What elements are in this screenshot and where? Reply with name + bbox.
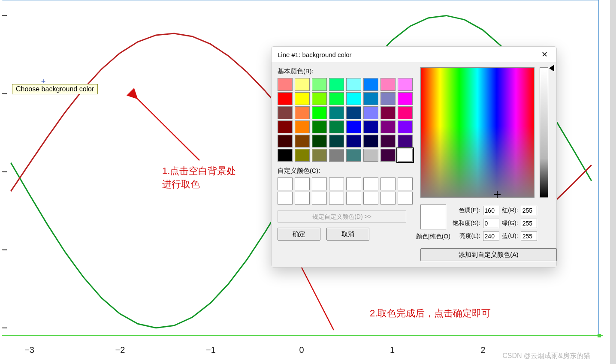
x-tick-label: 2 — [480, 345, 485, 355]
ruler-line — [2, 335, 603, 336]
annotation-2: 2.取色完成后，点击确定即可 — [370, 307, 491, 320]
custom-swatch[interactable] — [278, 177, 293, 190]
tooltip-text: Choose background color — [16, 85, 94, 93]
close-button[interactable]: ✕ — [535, 48, 554, 61]
custom-swatch[interactable] — [363, 177, 378, 190]
sat-label: 饱和度(S): — [452, 218, 481, 229]
basic-swatch[interactable] — [398, 120, 413, 133]
basic-swatch[interactable] — [295, 106, 310, 119]
basic-swatch[interactable] — [278, 92, 293, 105]
custom-swatch[interactable] — [312, 192, 327, 205]
custom-swatch[interactable] — [398, 192, 413, 205]
cancel-button[interactable]: 取消 — [326, 228, 369, 241]
color-picker-dialog: Line #1: background color ✕ 基本颜色(B): 自定义… — [271, 46, 557, 268]
basic-swatch[interactable] — [346, 78, 361, 91]
basic-colors-grid — [278, 78, 413, 162]
basic-swatch[interactable] — [346, 120, 361, 133]
custom-swatch[interactable] — [346, 177, 361, 190]
basic-swatch[interactable] — [346, 92, 361, 105]
basic-swatch[interactable] — [380, 149, 396, 162]
custom-swatch[interactable] — [329, 192, 344, 205]
custom-swatch[interactable] — [398, 177, 413, 190]
close-icon: ✕ — [541, 50, 548, 59]
watermark: CSDN @云烟成雨&房东的猫 — [502, 352, 590, 361]
basic-swatch[interactable] — [380, 92, 396, 105]
right-sidebar — [610, 0, 616, 364]
custom-swatch[interactable] — [295, 192, 310, 205]
lum-input[interactable] — [483, 232, 499, 241]
red-input[interactable] — [521, 206, 537, 215]
basic-swatch[interactable] — [278, 78, 293, 91]
custom-swatch[interactable] — [312, 177, 327, 190]
hue-label: 色调(E): — [452, 205, 481, 216]
basic-swatch[interactable] — [398, 92, 413, 105]
basic-swatch[interactable] — [312, 78, 327, 91]
basic-swatch[interactable] — [329, 135, 344, 147]
basic-swatch[interactable] — [295, 135, 310, 147]
basic-swatch[interactable] — [380, 78, 396, 91]
basic-swatch[interactable] — [363, 135, 378, 147]
basic-swatch[interactable] — [278, 149, 293, 162]
sat-input[interactable] — [483, 219, 499, 228]
annotation-1: 1.点击空白背景处 进行取色 — [162, 165, 236, 191]
basic-swatch[interactable] — [363, 78, 378, 91]
ok-button[interactable]: 确定 — [278, 228, 320, 241]
basic-swatch[interactable] — [398, 106, 413, 119]
basic-swatch[interactable] — [312, 92, 327, 105]
basic-swatch[interactable] — [312, 149, 327, 162]
x-tick-label: 0 — [299, 345, 304, 355]
custom-swatch[interactable] — [295, 177, 310, 190]
basic-swatch[interactable] — [329, 120, 344, 133]
basic-swatch[interactable] — [329, 149, 344, 162]
hue-sat-field[interactable] — [420, 67, 534, 198]
custom-swatch[interactable] — [278, 192, 293, 205]
basic-swatch[interactable] — [363, 149, 378, 162]
basic-swatch[interactable] — [312, 106, 327, 119]
lum-label: 亮度(L): — [452, 231, 481, 241]
basic-swatch[interactable] — [380, 135, 396, 147]
basic-swatch[interactable] — [329, 92, 344, 105]
custom-swatch[interactable] — [380, 192, 396, 205]
basic-swatch[interactable] — [363, 106, 378, 119]
basic-swatch[interactable] — [363, 92, 378, 105]
luminance-slider[interactable] — [540, 67, 548, 198]
basic-swatch[interactable] — [380, 106, 396, 119]
blue-label: 蓝(U): — [501, 231, 519, 241]
x-tick-label: −3 — [24, 345, 34, 355]
basic-swatch[interactable] — [346, 135, 361, 147]
basic-swatch[interactable] — [346, 106, 361, 119]
background-color-tooltip: Choose background color — [12, 84, 98, 94]
basic-swatch[interactable] — [312, 135, 327, 147]
basic-swatch[interactable] — [398, 135, 413, 147]
custom-swatch[interactable] — [363, 192, 378, 205]
basic-swatch[interactable] — [295, 149, 310, 162]
basic-swatch[interactable] — [295, 92, 310, 105]
basic-swatch[interactable] — [363, 120, 378, 133]
dialog-titlebar[interactable]: Line #1: background color ✕ — [272, 47, 556, 62]
resize-handle[interactable] — [598, 334, 601, 337]
basic-swatch[interactable] — [398, 78, 413, 91]
custom-swatch[interactable] — [329, 177, 344, 190]
x-tick-label: −2 — [115, 345, 125, 355]
x-tick-label: −1 — [206, 345, 216, 355]
blue-input[interactable] — [521, 232, 537, 241]
add-to-custom-button[interactable]: 添加到自定义颜色(A) — [420, 248, 557, 261]
basic-swatch[interactable] — [329, 78, 344, 91]
define-custom-button: 规定自定义颜色(D) >> — [278, 211, 406, 223]
custom-swatch[interactable] — [380, 177, 396, 190]
green-input[interactable] — [521, 219, 537, 228]
basic-swatch[interactable] — [278, 120, 293, 133]
basic-swatch[interactable] — [329, 106, 344, 119]
basic-swatch[interactable] — [278, 135, 293, 147]
basic-swatch[interactable] — [346, 149, 361, 162]
basic-swatch[interactable] — [312, 120, 327, 133]
basic-swatch[interactable] — [295, 78, 310, 91]
basic-swatch[interactable] — [295, 120, 310, 133]
x-tick-label: 1 — [390, 345, 395, 355]
basic-swatch[interactable] — [278, 106, 293, 119]
custom-swatch[interactable] — [346, 192, 361, 205]
basic-swatch[interactable] — [380, 120, 396, 133]
hue-input[interactable] — [483, 206, 499, 215]
basic-swatch[interactable] — [398, 149, 413, 162]
color-preview — [420, 205, 446, 229]
